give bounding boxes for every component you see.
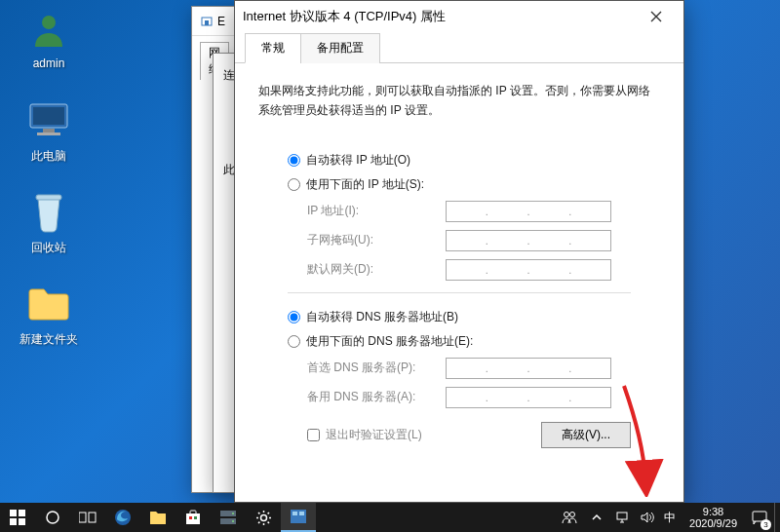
cortana-button[interactable] [35, 503, 70, 532]
desktop-icon-label: 回收站 [12, 240, 86, 256]
taskbar-app-explorer[interactable] [140, 503, 176, 532]
radio-dns-auto[interactable]: 自动获得 DNS 服务器地址(B) [258, 305, 660, 329]
desktop-icon-label: 新建文件夹 [12, 331, 86, 348]
checkbox-input[interactable] [307, 429, 320, 441]
checkbox-label: 退出时验证设置(L) [326, 427, 422, 443]
radio-label: 自动获得 IP 地址(O) [306, 152, 410, 169]
trash-icon [25, 189, 72, 236]
svg-rect-14 [89, 513, 96, 522]
svg-rect-2 [33, 107, 64, 125]
svg-rect-16 [186, 513, 200, 524]
svg-rect-17 [189, 516, 192, 519]
taskbar-app-control-panel[interactable] [281, 503, 316, 532]
ip-input[interactable]: ... [446, 358, 611, 379]
windows-icon [10, 510, 25, 525]
svg-point-21 [232, 513, 234, 514]
checkbox-validate[interactable]: 退出时验证设置(L) [307, 427, 541, 443]
svg-rect-5 [36, 195, 61, 200]
clock-time: 9:38 [689, 506, 737, 517]
ip-input[interactable]: ... [446, 259, 611, 281]
radio-label: 自动获得 DNS 服务器地址(B) [306, 309, 458, 325]
radio-label: 使用下面的 IP 地址(S): [306, 176, 424, 193]
tray-people[interactable] [559, 503, 580, 532]
field-label: 子网掩码(U): [307, 232, 446, 248]
tab-general[interactable]: 常规 [245, 33, 301, 63]
radio-input[interactable] [288, 178, 300, 191]
tray-network[interactable] [613, 503, 631, 532]
field-subnet-mask: 子网掩码(U): ... [258, 226, 660, 255]
desktop-icon-label: 此电脑 [12, 148, 86, 165]
tab-alternate[interactable]: 备用配置 [300, 33, 380, 63]
svg-point-23 [260, 514, 266, 520]
close-button[interactable] [637, 3, 676, 30]
svg-rect-18 [194, 516, 197, 519]
user-icon [25, 6, 72, 53]
tray-volume[interactable] [639, 503, 656, 532]
action-center-button[interactable]: 3 [745, 503, 774, 532]
svg-point-0 [42, 16, 56, 29]
clock-date: 2020/9/29 [689, 517, 737, 529]
svg-point-28 [570, 513, 575, 517]
svg-rect-29 [617, 513, 627, 519]
taskbar: 中 9:38 2020/9/29 3 [0, 503, 780, 532]
taskbar-app-server-manager[interactable] [211, 503, 246, 532]
svg-rect-4 [37, 133, 60, 135]
edge-icon [114, 509, 132, 526]
radio-ip-manual[interactable]: 使用下面的 IP 地址(S): [258, 172, 660, 197]
svg-rect-3 [43, 129, 55, 133]
bottom-row: 退出时验证设置(L) 高级(V)... [258, 412, 660, 448]
speaker-icon [641, 512, 654, 523]
radio-input[interactable] [288, 154, 300, 167]
dialog-pane: 如果网络支持此功能，则可以获取自动指派的 IP 设置。否则，你需要从网络系统管理… [235, 63, 683, 458]
dialog-title: Internet 协议版本 4 (TCP/IPv4) 属性 [243, 8, 637, 25]
task-view-icon [79, 511, 97, 524]
dialog-titlebar[interactable]: Internet 协议版本 4 (TCP/IPv4) 属性 [235, 1, 683, 32]
svg-rect-8 [10, 510, 17, 516]
chevron-up-icon [592, 513, 602, 521]
task-view-button[interactable] [70, 503, 105, 532]
window-title-fragment: E [217, 15, 225, 28]
radio-input[interactable] [288, 335, 300, 348]
folder-icon [25, 281, 72, 327]
field-label: 默认网关(D): [307, 261, 446, 278]
ip-input[interactable]: ... [446, 230, 611, 251]
circle-icon [45, 510, 60, 525]
radio-ip-auto[interactable]: 自动获得 IP 地址(O) [258, 148, 660, 172]
svg-rect-10 [10, 518, 17, 525]
taskbar-app-store[interactable] [176, 503, 211, 532]
taskbar-clock[interactable]: 9:38 2020/9/29 [682, 506, 745, 529]
folder-icon [149, 510, 167, 525]
system-tray: 中 [553, 503, 682, 532]
field-label: 首选 DNS 服务器(P): [307, 360, 446, 376]
dialog-tabs: 常规 备用配置 [235, 32, 683, 63]
tray-ime[interactable]: 中 [664, 510, 676, 526]
monitor-icon [25, 97, 72, 144]
desktop-icon-this-pc[interactable]: 此电脑 [12, 97, 86, 165]
desktop-icon-folder[interactable]: 新建文件夹 [12, 281, 86, 348]
control-panel-icon [290, 509, 307, 524]
desktop-icon-user[interactable]: admin [12, 6, 86, 70]
server-icon [219, 510, 237, 525]
window-titlebar: E [192, 7, 237, 36]
svg-rect-26 [299, 512, 304, 515]
svg-rect-25 [292, 512, 297, 515]
show-desktop-button[interactable] [774, 503, 780, 532]
svg-rect-7 [205, 20, 209, 25]
network-icon [615, 512, 629, 523]
svg-point-22 [232, 520, 234, 522]
tray-overflow[interactable] [588, 503, 605, 532]
ethernet-icon [200, 15, 214, 28]
ip-input[interactable]: ... [446, 387, 611, 408]
taskbar-app-edge[interactable] [105, 503, 140, 532]
field-default-gateway: 默认网关(D): ... [258, 255, 660, 285]
text-fragment: 连 [223, 67, 227, 84]
taskbar-app-settings[interactable] [246, 503, 281, 532]
radio-label: 使用下面的 DNS 服务器地址(E): [306, 333, 473, 350]
radio-input[interactable] [288, 311, 300, 323]
advanced-button[interactable]: 高级(V)... [541, 422, 631, 448]
ip-input[interactable]: ... [446, 201, 611, 222]
radio-dns-manual[interactable]: 使用下面的 DNS 服务器地址(E): [258, 329, 660, 354]
intro-text: 如果网络支持此功能，则可以获取自动指派的 IP 设置。否则，你需要从网络系统管理… [258, 81, 660, 121]
desktop-icon-recycle-bin[interactable]: 回收站 [12, 189, 86, 256]
start-button[interactable] [0, 503, 35, 532]
